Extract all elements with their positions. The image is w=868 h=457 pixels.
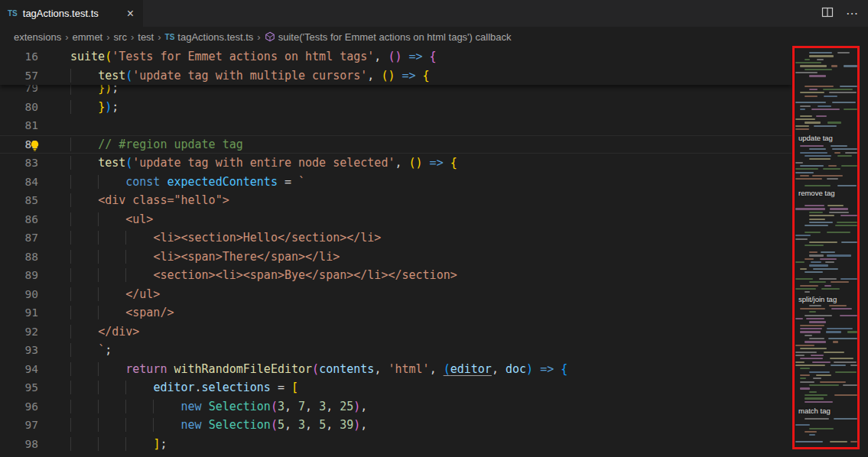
line-number[interactable]: 83 xyxy=(0,154,38,173)
minimap-code-blur xyxy=(795,172,814,173)
minimap-code-blur xyxy=(824,285,831,287)
code-line-83[interactable]: 83 test('update tag with entire node sel… xyxy=(0,154,792,173)
line-number[interactable]: 81 xyxy=(0,116,38,135)
minimap-code-blur xyxy=(805,394,827,396)
minimap[interactable]: update tagremove tagsplit/join tagmatch … xyxy=(793,47,860,457)
code-line-57[interactable]: 57 test('update tag with multiple cursor… xyxy=(0,66,792,86)
code-line-80[interactable]: 80 }); xyxy=(0,98,792,117)
editor[interactable]: 16suite('Tests for Emmet actions on html… xyxy=(0,47,868,457)
indent-guide xyxy=(70,306,98,319)
minimap-code-blur xyxy=(837,155,852,157)
split-editor-icon[interactable] xyxy=(821,6,834,21)
code-line-91[interactable]: 91 <span/> xyxy=(0,303,792,322)
line-number[interactable]: 89 xyxy=(0,266,38,285)
minimap-code-blur xyxy=(809,251,818,253)
indent-guide xyxy=(153,400,180,413)
code-line-87[interactable]: 87 <li><section>Hello</section></li> xyxy=(0,228,792,248)
indent-guide xyxy=(70,100,98,114)
token: 3 xyxy=(319,400,326,413)
code-line-89[interactable]: 89 <section><li><span>Bye</span></li></s… xyxy=(0,266,792,285)
breadcrumb-item-suite[interactable]: suite('Tests for Emmet actions on html t… xyxy=(265,31,512,43)
more-actions-icon[interactable]: ⋯ xyxy=(846,6,859,21)
breadcrumb-item-test[interactable]: test xyxy=(138,31,154,43)
line-number[interactable]: 97 xyxy=(0,416,38,435)
indent-guide xyxy=(98,381,125,394)
minimap-code-blur xyxy=(840,86,857,87)
close-icon[interactable]: × xyxy=(125,8,135,20)
minimap-code-blur xyxy=(809,434,815,436)
tab-tagactions-test[interactable]: TS tagActions.test.ts × xyxy=(0,0,144,27)
minimap-code-blur xyxy=(800,378,806,379)
code-line-86[interactable]: 86 <ul> xyxy=(0,210,792,229)
token: , xyxy=(326,400,340,413)
minimap-code-blur xyxy=(795,441,823,442)
token: 'update tag with multiple cursors' xyxy=(132,69,367,83)
code-line-81[interactable]: 81 xyxy=(0,116,792,135)
code-line-79[interactable]: 79 }); xyxy=(0,85,792,98)
line-number[interactable]: 80 xyxy=(0,98,38,117)
line-number[interactable]: 88 xyxy=(0,248,38,267)
minimap-code-blur xyxy=(800,165,824,167)
code-line-82[interactable]: 82 // #region update tag xyxy=(0,135,792,154)
minimap-code-blur xyxy=(845,152,857,154)
code-text: <section><li><span>Bye</span></li></sect… xyxy=(70,266,792,285)
minimap-code-blur xyxy=(837,222,857,223)
minimap-code-blur xyxy=(844,65,857,66)
sticky-scroll: 16suite('Tests for Emmet actions on html… xyxy=(0,47,792,85)
lightbulb-icon[interactable] xyxy=(29,138,41,150)
glyph-margin xyxy=(38,116,70,135)
minimap-code-blur xyxy=(840,315,857,316)
breadcrumb-label: suite('Tests for Emmet actions on html t… xyxy=(278,31,512,43)
indent-guide xyxy=(70,85,98,95)
line-number[interactable]: 85 xyxy=(0,191,38,210)
code-line-95[interactable]: 95 editor.selections = [ xyxy=(0,378,792,397)
breadcrumb-item-src[interactable]: src xyxy=(114,31,127,43)
token: } xyxy=(98,100,105,114)
code-line-94[interactable]: 94 return withRandomFileEditor(contents,… xyxy=(0,360,792,379)
line-number[interactable]: 98 xyxy=(0,435,38,454)
line-number[interactable]: 92 xyxy=(0,322,38,342)
code-line-93[interactable]: 93 `; xyxy=(0,341,792,360)
minimap-code-blur xyxy=(809,148,826,150)
line-number[interactable]: 90 xyxy=(0,285,38,304)
breadcrumb-item-tagactions.test.ts[interactable]: TStagActions.test.ts xyxy=(165,31,254,43)
glyph-margin xyxy=(38,397,70,416)
minimap-code-blur xyxy=(800,92,824,93)
token: ; xyxy=(112,100,119,114)
code-line-96[interactable]: 96 new Selection(3, 7, 3, 25), xyxy=(0,397,792,416)
minimap-code-blur xyxy=(800,115,812,117)
line-number[interactable]: 87 xyxy=(0,228,38,248)
code-line-92[interactable]: 92 </div> xyxy=(0,322,792,342)
breadcrumb-item-extensions[interactable]: extensions xyxy=(14,31,61,43)
token: , xyxy=(395,156,408,170)
minimap-code-blur xyxy=(800,65,827,66)
indent-guide xyxy=(70,362,98,376)
code-line-88[interactable]: 88 <li><span>There</span></li> xyxy=(0,248,792,267)
code-line-97[interactable]: 97 new Selection(5, 3, 5, 39), xyxy=(0,416,792,435)
line-number[interactable]: 95 xyxy=(0,378,38,397)
line-number[interactable]: 91 xyxy=(0,303,38,322)
line-number[interactable]: 86 xyxy=(0,210,38,229)
breadcrumb-item-emmet[interactable]: emmet xyxy=(73,31,103,43)
code-line-85[interactable]: 85 <div class="hello"> xyxy=(0,191,792,210)
code-line-84[interactable]: 84 const expectedContents = ` xyxy=(0,173,792,192)
minimap-code-blur xyxy=(814,125,837,127)
minimap-code-blur xyxy=(844,109,857,110)
line-number[interactable]: 96 xyxy=(0,397,38,416)
minimap-code-blur xyxy=(827,122,841,123)
line-number[interactable]: 16 xyxy=(0,47,38,66)
minimap-code-blur xyxy=(831,365,846,366)
line-number[interactable]: 84 xyxy=(0,173,38,192)
line-number[interactable]: 93 xyxy=(0,341,38,360)
code-line-16[interactable]: 16suite('Tests for Emmet actions on html… xyxy=(0,47,792,66)
code-line-90[interactable]: 90 </ul> xyxy=(0,285,792,304)
token: . xyxy=(195,381,202,394)
glyph-margin xyxy=(38,66,70,86)
line-number[interactable]: 57 xyxy=(0,66,38,86)
minimap-code-blur xyxy=(835,371,857,373)
indent-guide xyxy=(153,418,180,432)
token: ` xyxy=(298,175,305,189)
line-number[interactable]: 79 xyxy=(0,85,38,98)
code-line-98[interactable]: 98 ]; xyxy=(0,435,792,454)
line-number[interactable]: 94 xyxy=(0,360,38,379)
